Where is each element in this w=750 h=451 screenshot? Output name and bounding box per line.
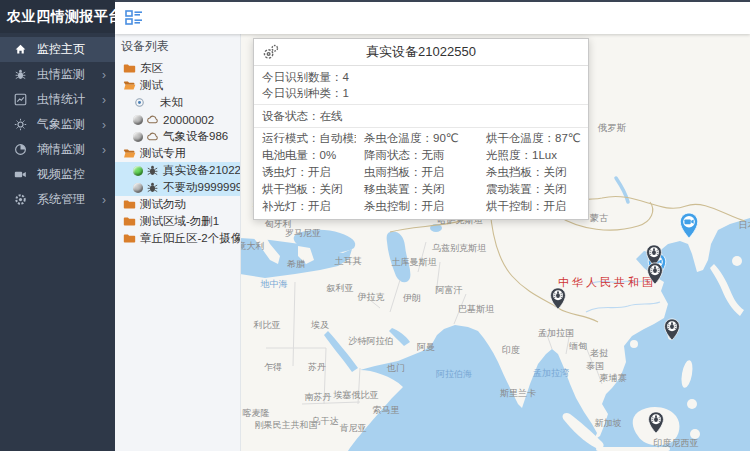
weather-icon (14, 118, 27, 131)
map-water-baikal (616, 178, 628, 202)
device-info-popup: 真实设备21022550 今日识别数量：4 今日识别种类：1 设备状态：在线 运… (253, 38, 589, 220)
device-group-label: 章丘阳丘区-2个摄像头 (140, 231, 241, 246)
device-metric: 移虫装置：关闭 (356, 181, 478, 198)
device-metric: 烘干挡板：关闭 (254, 181, 356, 198)
map-water-caspian (387, 232, 411, 283)
camera-device-marker[interactable] (679, 212, 699, 239)
device-metric: 杀虫仓温度：90℃ (356, 130, 478, 147)
cloud-icon (146, 130, 159, 143)
map-island-sri-lanka (516, 382, 526, 398)
chevron-right-icon: › (102, 118, 106, 132)
map-river-yellow (590, 280, 648, 284)
map[interactable]: 俄罗斯蒙古中华人民共和国日本海哈萨克斯坦乌克兰捷克匈牙利罗马尼亚意大利希腊土耳其… (240, 32, 750, 451)
sidebar-item-label: 监控主页 (37, 41, 115, 58)
map-island-java (596, 447, 670, 451)
sidebar-item-label: 虫情监测 (37, 66, 102, 83)
device-label: 不要动99999999 (163, 180, 241, 195)
device-label: 气象设备986 (163, 129, 228, 144)
device-metric: 补光灯：开启 (254, 198, 356, 215)
bug-icon (146, 181, 159, 194)
device-metric: 震动装置：关闭 (478, 181, 588, 198)
map-island-hokkaido (732, 256, 742, 266)
chevron-right-icon: › (102, 93, 106, 107)
sidebar-item-moisture[interactable]: 墒情监测› (0, 137, 115, 162)
device-group-row[interactable]: 测试区域-勿删1 (115, 213, 240, 230)
device-group-label: 测试专用 (140, 146, 186, 161)
sidebar-item-bug[interactable]: 虫情监测› (0, 62, 115, 87)
insect-device-marker[interactable] (648, 411, 665, 434)
sidebar-item-label: 墒情监测 (37, 141, 102, 158)
device-group-label: 测试勿动 (140, 197, 186, 212)
device-group-row[interactable]: 测试勿动 (115, 196, 240, 213)
sidebar-item-label: 系统管理 (37, 191, 102, 208)
folder-open-icon (123, 147, 136, 160)
recognition-species: 今日识别种类：1 (254, 85, 588, 101)
popup-device-title: 真实设备21022550 (366, 43, 476, 61)
sidebar: 农业四情测报平台 监控主页虫情监测›虫情统计›气象监测›墒情监测›视频监控系统管… (0, 0, 115, 451)
device-status-dot (133, 132, 143, 142)
folder-icon (123, 62, 136, 75)
device-metric: 降雨状态：无雨 (356, 147, 478, 164)
device-label: 真实设备21022550 (163, 163, 241, 178)
device-metric: 杀虫控制：开启 (356, 198, 478, 215)
moisture-icon (14, 143, 27, 156)
sidebar-item-chart[interactable]: 虫情统计› (0, 87, 115, 112)
sidebar-item-label: 气象监测 (37, 116, 102, 133)
device-tree: 东区测试未知20000002气象设备986测试专用真实设备21022550不要动… (115, 60, 240, 247)
device-label: 未知 (160, 95, 183, 110)
folder-icon (123, 198, 136, 211)
chart-icon (14, 93, 27, 106)
device-row[interactable]: 不要动99999999 (115, 179, 240, 196)
device-metric: 诱虫灯：开启 (254, 164, 356, 181)
device-status-dot (133, 166, 143, 176)
target-icon (133, 96, 146, 109)
device-group-row[interactable]: 测试 (115, 77, 240, 94)
map-water-ocean (348, 218, 750, 451)
chevron-right-icon: › (102, 68, 106, 82)
app-window: 农业四情测报平台 监控主页虫情监测›虫情统计›气象监测›墒情监测›视频监控系统管… (0, 0, 750, 451)
sidebar-item-label: 虫情统计 (37, 91, 102, 108)
sidebar-item-weather[interactable]: 气象监测› (0, 112, 115, 137)
home-icon (14, 43, 27, 56)
device-group-label: 测试 (140, 78, 163, 93)
map-water-red-sea (324, 331, 358, 372)
folder-icon (123, 232, 136, 245)
gear-icon (14, 193, 27, 206)
device-row[interactable]: 真实设备21022550 (115, 162, 240, 179)
map-border-china-west (490, 208, 598, 322)
device-metric: 电池电量：0% (254, 147, 356, 164)
device-row[interactable]: 未知 (115, 94, 240, 111)
device-tree-toggle-icon[interactable] (125, 9, 143, 27)
device-list-panel: 设备列表 东区测试未知20000002气象设备986测试专用真实设备210225… (115, 32, 241, 451)
device-group-row[interactable]: 测试专用 (115, 145, 240, 162)
device-row[interactable]: 20000002 (115, 111, 240, 128)
sidebar-item-home[interactable]: 监控主页 (0, 37, 115, 62)
device-status-dot (133, 183, 143, 193)
popup-metrics-grid: 运行模式：自动模式杀虫仓温度：90℃烘干仓温度：87℃电池电量：0%降雨状态：无… (254, 128, 588, 219)
map-island-hainan (630, 340, 638, 348)
device-group-label: 东区 (140, 61, 163, 76)
map-water-persian-gulf (389, 328, 410, 346)
insect-device-marker[interactable] (550, 287, 567, 310)
insect-device-marker[interactable] (647, 262, 664, 285)
device-metric: 虫雨挡板：开启 (356, 164, 478, 181)
recognition-count: 今日识别数量：4 (254, 69, 588, 85)
chevron-right-icon: › (102, 143, 106, 157)
device-group-row[interactable]: 章丘阳丘区-2个摄像头 (115, 230, 240, 247)
folder-icon (123, 215, 136, 228)
popup-status-section: 设备状态：在线 (254, 105, 588, 128)
device-metric: 烘干控制：开启 (478, 198, 588, 215)
device-settings-icon[interactable] (262, 44, 279, 61)
device-row[interactable]: 气象设备986 (115, 128, 240, 145)
device-list-header: 设备列表 (115, 32, 240, 60)
chevron-right-icon: › (102, 193, 106, 207)
device-metric: 光照度：1Lux (478, 147, 588, 164)
insect-device-marker[interactable] (664, 318, 681, 341)
device-status: 设备状态：在线 (254, 108, 588, 124)
bug-icon (14, 68, 27, 81)
popup-recognition-section: 今日识别数量：4 今日识别种类：1 (254, 66, 588, 105)
device-metric: 运行模式：自动模式 (254, 130, 356, 147)
device-group-row[interactable]: 东区 (115, 60, 240, 77)
sidebar-item-video[interactable]: 视频监控 (0, 162, 115, 187)
sidebar-item-gear[interactable]: 系统管理› (0, 187, 115, 212)
